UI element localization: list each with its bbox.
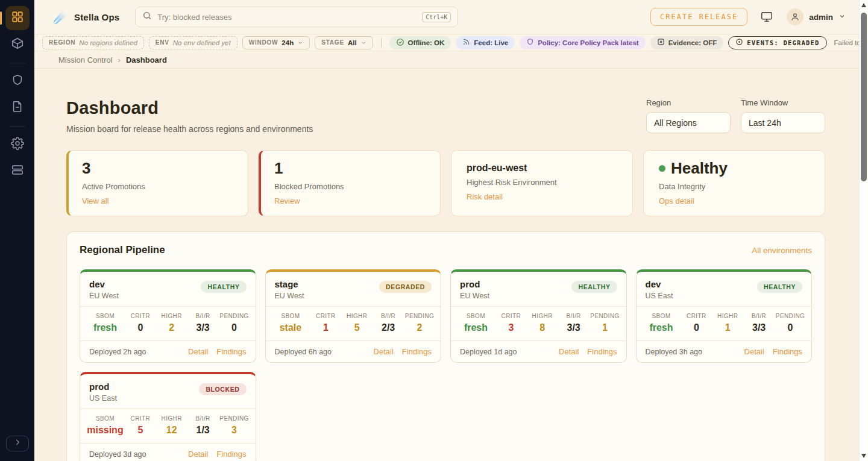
target-icon: [735, 38, 743, 47]
time-window-filter-select[interactable]: Last 24h: [741, 112, 825, 133]
feed-chip-label: Feed: Live: [474, 39, 508, 46]
pipeline-region: EU West: [89, 292, 119, 300]
offline-status-chip[interactable]: Offline: OK: [389, 36, 451, 49]
pipeline-card: dev US East HEALTHY SBOM fresh CRITR 0 H…: [636, 269, 813, 363]
env-chip-label: ENV: [156, 39, 169, 46]
stage-dropdown[interactable]: STAGE All: [315, 36, 373, 49]
chevron-right-icon: [13, 438, 22, 449]
window-dropdown[interactable]: WINDOW 24h: [242, 36, 310, 49]
sidebar-item-security[interactable]: [5, 69, 30, 93]
feed-status-chip[interactable]: Feed: Live: [456, 36, 515, 49]
ops-detail-link[interactable]: Ops detail: [659, 196, 694, 205]
view-all-link[interactable]: View all: [82, 196, 109, 205]
stat-highr-value: 5: [341, 322, 373, 333]
status-badge: HEALTHY: [571, 281, 617, 293]
sidebar-item-servers[interactable]: [5, 159, 30, 183]
region-context-chip[interactable]: REGION No regions defined: [42, 36, 144, 49]
stat-pending-value: 2: [404, 322, 435, 333]
summary-cards: 3 Active Promotions View all 1 Blocked P…: [66, 150, 825, 216]
stat-highr-value: 2: [156, 322, 187, 333]
search-icon: [142, 11, 152, 23]
pipeline-env-name: dev: [89, 279, 119, 289]
dashboard-content: Dashboard Mission board for release heal…: [34, 69, 859, 461]
stat-critr-label: CRITR: [681, 313, 712, 319]
policy-status-chip[interactable]: Policy: Core Policy Pack latest: [520, 36, 645, 49]
detail-link[interactable]: Detail: [559, 347, 579, 356]
highest-risk-env: prod-eu-west: [467, 163, 619, 174]
circled-x-icon: [657, 38, 665, 47]
global-search[interactable]: Ctrl+K: [135, 7, 458, 27]
blocked-promotions-card: 1 Blocked Promotions Review: [259, 150, 441, 216]
stat-critr-value: 0: [681, 322, 712, 333]
status-badge: HEALTHY: [757, 281, 802, 293]
stat-critr-value: 1: [310, 322, 341, 333]
scrollbar-thumb[interactable]: [861, 13, 867, 181]
status-badge: BLOCKED: [199, 383, 246, 395]
active-promotions-card: 3 Active Promotions View all: [66, 150, 248, 216]
stage-chip-label: STAGE: [321, 39, 344, 46]
breadcrumb-mission-control[interactable]: Mission Control: [58, 55, 113, 64]
sidebar-expand-button[interactable]: [6, 436, 29, 451]
pipeline-card: stage EU West DEGRADED SBOM stale CRITR …: [265, 269, 442, 363]
all-environments-link[interactable]: All environments: [752, 246, 812, 255]
scroll-up-arrow-icon[interactable]: [861, 3, 866, 7]
evidence-status-chip[interactable]: Evidence: OFF: [650, 36, 724, 49]
create-release-button[interactable]: CREATE RELEASE: [650, 8, 747, 26]
sidebar-item-dashboard[interactable]: [5, 6, 30, 30]
user-menu[interactable]: admin: [787, 8, 846, 25]
window-chip-label: WINDOW: [249, 39, 278, 46]
sidebar-item-documents[interactable]: [5, 96, 30, 120]
risk-detail-link[interactable]: Risk detail: [467, 192, 503, 201]
stage-chip-value: All: [348, 39, 357, 46]
findings-link[interactable]: Findings: [402, 347, 432, 356]
findings-link[interactable]: Findings: [587, 347, 617, 356]
stat-sbom-value: stale: [271, 322, 310, 333]
stat-sbom-label: SBOM: [456, 313, 495, 319]
sidebar-item-packages[interactable]: [5, 33, 30, 57]
stat-bir-label: B/I/R: [743, 313, 775, 319]
stat-critr-label: CRITR: [125, 415, 156, 422]
sidebar-item-settings[interactable]: [5, 133, 30, 157]
avatar: [787, 8, 804, 25]
events-status-chip[interactable]: EVENTS: DEGRADED: [728, 36, 826, 49]
review-link[interactable]: Review: [274, 196, 300, 205]
scroll-down-arrow-icon[interactable]: [861, 454, 866, 458]
stat-pending-value: 0: [219, 322, 250, 333]
pipeline-region: EU West: [460, 292, 489, 300]
pipeline-env-name: prod: [460, 279, 489, 289]
detail-link[interactable]: Detail: [188, 347, 208, 356]
findings-link[interactable]: Findings: [216, 347, 246, 356]
sidebar: [0, 0, 34, 461]
stat-sbom-label: SBOM: [86, 415, 125, 422]
stat-pending-value: 0: [775, 322, 806, 333]
check-circle-icon: [396, 38, 404, 48]
detail-link[interactable]: Detail: [188, 450, 208, 459]
time-window-filter-label: Time Window: [741, 98, 825, 107]
stat-critr-value: 0: [125, 322, 156, 333]
stat-pending-label: PENDING: [404, 313, 435, 319]
chevron-down-icon: [360, 37, 366, 48]
sidebar-divider: [10, 63, 25, 63]
stat-bir-label: B/I/R: [373, 313, 404, 319]
detail-link[interactable]: Detail: [374, 347, 394, 356]
shield-icon: [11, 74, 24, 89]
blocked-promotions-count: 1: [274, 160, 427, 178]
chevron-down-icon: [297, 37, 303, 48]
detail-link[interactable]: Detail: [744, 347, 764, 356]
search-input[interactable]: [157, 13, 417, 22]
page-scrollbar[interactable]: [859, 0, 868, 461]
region-chip-label: REGION: [49, 39, 75, 46]
monitor-icon[interactable]: [760, 10, 773, 24]
findings-link[interactable]: Findings: [773, 347, 802, 356]
findings-link[interactable]: Findings: [216, 450, 246, 459]
document-icon: [11, 100, 24, 116]
stat-highr-label: HIGHR: [156, 313, 187, 319]
stat-critr-label: CRITR: [310, 313, 341, 319]
env-context-chip[interactable]: ENV No env defined yet: [149, 36, 237, 49]
chevron-down-icon: [838, 11, 846, 22]
breadcrumb: Mission Control › Dashboard: [34, 51, 859, 69]
region-filter-select[interactable]: All Regions: [646, 112, 731, 133]
deployed-timestamp: Deployed 3d ago: [89, 450, 146, 459]
stat-bir-value: 2/3: [373, 322, 404, 333]
gear-icon: [11, 137, 24, 152]
